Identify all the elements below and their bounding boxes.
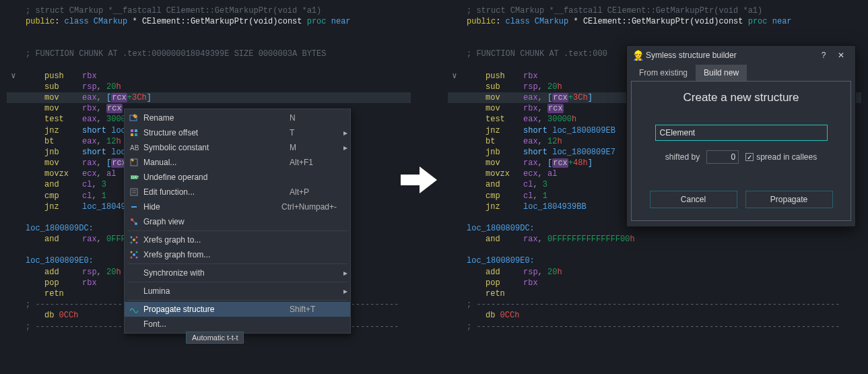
svg-point-22 <box>136 257 138 259</box>
svg-point-14 <box>131 237 133 239</box>
dialog-title-text: Symless structure builder <box>644 51 815 60</box>
menu-shortcut: Alt+F1 <box>283 158 337 167</box>
code-line-selected: moveax, [rcx+3Ch] <box>7 92 411 103</box>
code-line: ; struct CMarkup *__fastcall CElement::G… <box>7 5 411 16</box>
context-menu[interactable]: Rename N Structure offset T ▸ AB Symboli… <box>124 108 351 334</box>
menu-item-manual[interactable]: Manual... Alt+F1 <box>125 155 350 170</box>
menu-item-hide[interactable]: Hide Ctrl+Numpad+- <box>125 199 350 214</box>
menu-shortcut: N <box>283 113 337 123</box>
menu-shortcut: T <box>283 128 337 137</box>
menu-label: Symbolic constant <box>143 143 283 152</box>
transition-arrow-icon <box>401 165 437 195</box>
dialog-body: Create a new structure shifted by ✓ spre… <box>631 81 851 221</box>
svg-point-17 <box>136 242 138 244</box>
menu-item-rename[interactable]: Rename N <box>125 111 350 125</box>
tab-from-existing[interactable]: From existing <box>631 65 696 81</box>
menu-item-edit-function[interactable]: Edit function... Alt+P <box>125 185 350 199</box>
menu-shortcut: Ctrl+Numpad+- <box>275 202 337 212</box>
menu-label: Structure offset <box>143 128 283 137</box>
structure-name-input[interactable] <box>655 125 828 141</box>
menu-item-propagate-structure[interactable]: Propagate structure Shift+T <box>125 302 350 317</box>
menu-item-font[interactable]: Font... <box>125 317 350 332</box>
menu-item-symbolic-constant[interactable]: AB Symbolic constant M ▸ <box>125 140 350 155</box>
submenu-arrow-icon: ▸ <box>337 128 345 137</box>
svg-point-16 <box>131 242 133 244</box>
code-line: addrsp, 20h <box>448 267 861 278</box>
symbolic-icon: AB <box>127 142 141 153</box>
menu-item-lumina[interactable]: Lumina ▸ <box>125 284 350 299</box>
svg-point-18 <box>133 253 135 256</box>
menu-label: Xrefs graph from... <box>143 250 283 259</box>
menu-shortcut: M <box>283 143 337 152</box>
code-line: ; struct CMarkup *__fastcall CElement::G… <box>448 5 861 16</box>
menu-item-graph-view[interactable]: Graph view <box>125 214 350 229</box>
svg-rect-4 <box>135 133 137 136</box>
submenu-arrow-icon: ▸ <box>337 143 345 152</box>
menu-label: Xrefs graph to... <box>143 235 283 245</box>
graph-icon <box>127 216 141 227</box>
shifted-by-input[interactable] <box>706 150 739 164</box>
edit-function-icon <box>127 187 141 197</box>
svg-point-19 <box>131 251 133 253</box>
menu-item-undefine-operand[interactable]: DATA Undefine operand <box>125 170 350 185</box>
propagate-icon <box>127 304 141 315</box>
xrefs-to-icon <box>127 235 141 245</box>
svg-rect-3 <box>131 133 133 136</box>
menu-item-xrefs-from[interactable]: Xrefs graph from... <box>125 247 350 262</box>
code-line: ; FUNCTION CHUNK AT .text:00000001804939… <box>7 49 411 59</box>
hide-icon <box>127 201 141 212</box>
code-line: retn <box>448 288 861 299</box>
menu-shortcut: Alt+P <box>283 187 337 197</box>
svg-point-21 <box>131 257 133 259</box>
svg-rect-2 <box>135 129 137 132</box>
menu-label: Rename <box>143 113 283 123</box>
menu-item-xrefs-to[interactable]: Xrefs graph to... <box>125 232 350 247</box>
code-line: ; --------------------------------------… <box>448 321 861 332</box>
spread-checkbox[interactable]: ✓ <box>745 153 754 161</box>
code-line: db 0CCh <box>448 310 861 321</box>
svg-rect-1 <box>131 129 133 132</box>
menu-label: Edit function... <box>143 187 283 197</box>
manual-icon <box>127 157 141 168</box>
menu-shortcut: Shift+T <box>283 305 337 314</box>
submenu-arrow-icon: ▸ <box>337 286 345 296</box>
code-line: ∨ pushrbx <box>7 71 411 82</box>
struct-icon <box>127 127 141 138</box>
xrefs-from-icon <box>127 249 141 260</box>
svg-point-13 <box>133 239 135 241</box>
rename-icon <box>127 113 141 123</box>
menu-label: Manual... <box>143 158 283 167</box>
svg-point-15 <box>136 237 138 239</box>
svg-text:DATA: DATA <box>131 175 139 179</box>
app-icon: 👷 <box>632 50 644 61</box>
shifted-by-label: shifted by <box>665 152 700 162</box>
menu-item-synchronize[interactable]: Synchronize with ▸ <box>125 266 350 280</box>
menu-label: Undefine operand <box>143 173 283 182</box>
dialog-heading: Create a new structure <box>632 91 850 104</box>
menu-label: Font... <box>143 319 283 329</box>
submenu-arrow-icon: ▸ <box>337 268 345 278</box>
menu-label: Propagate structure <box>143 305 283 314</box>
code-line: subrsp, 20h <box>7 82 411 92</box>
code-line: public: class CMarkup * CElement::GetMar… <box>448 16 861 27</box>
menu-label: Hide <box>143 202 275 212</box>
menu-item-structure-offset[interactable]: Structure offset T ▸ <box>125 125 350 140</box>
propagate-button[interactable]: Propagate <box>745 191 833 208</box>
spread-label: spread in callees <box>756 152 817 162</box>
code-line: poprbx <box>448 278 861 288</box>
code-line: ; --------------------------------------… <box>448 299 861 310</box>
tab-build-new[interactable]: Build new <box>696 65 747 81</box>
menu-label: Lumina <box>143 286 283 296</box>
tooltip: Automatic t-t-t <box>186 332 244 344</box>
dialog-titlebar[interactable]: 👷 Symless structure builder ? ✕ <box>627 46 855 65</box>
code-line: public: class CMarkup * CElement::GetMar… <box>7 16 411 27</box>
cancel-button[interactable]: Cancel <box>650 191 737 208</box>
svg-text:AB: AB <box>130 144 139 152</box>
menu-label: Graph view <box>143 217 283 226</box>
menu-label: Synchronize with <box>143 268 283 278</box>
svg-point-20 <box>136 251 138 253</box>
dialog-tabs: From existing Build new <box>627 65 855 81</box>
svg-rect-10 <box>131 206 137 208</box>
help-button[interactable]: ? <box>815 51 832 60</box>
close-button[interactable]: ✕ <box>832 51 850 60</box>
